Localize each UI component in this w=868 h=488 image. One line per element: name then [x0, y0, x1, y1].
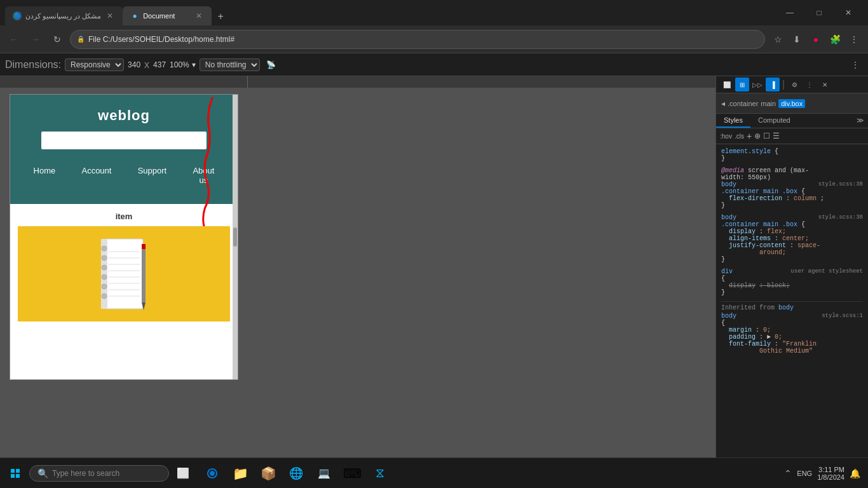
minimize-button[interactable]: — — [775, 0, 804, 25]
devtools-panel-tabs: Styles Computed ≫ — [716, 114, 868, 128]
windows-start-button[interactable] — [3, 461, 28, 486]
back-button[interactable]: ← — [5, 30, 23, 48]
devtools-styles-toolbar: :hov .cls + ⊕ ☐ ☰ — [716, 128, 868, 144]
elements-icon[interactable]: ⬜ — [720, 78, 734, 92]
terminal-icon[interactable]: ⌨ — [339, 461, 365, 486]
breadcrumb-arrow[interactable]: ◂ — [721, 99, 725, 108]
notification-icon[interactable]: ⌃ — [784, 468, 792, 478]
settings-icon[interactable]: ⚙ — [787, 78, 801, 92]
svg-point-2 — [102, 246, 107, 251]
css-rule-body: body style.scss:1 { margin : 0; padding … — [721, 313, 863, 355]
cls-button[interactable]: .cls — [735, 133, 744, 140]
close-button[interactable]: ✕ — [834, 0, 863, 25]
separator-1: | — [782, 79, 785, 90]
site-image — [18, 226, 230, 322]
taskbar: 🔍 Type here to search ⬜ 📁 📦 🌐 💻 ⌨ ⧖ ⌃ EN… — [0, 458, 868, 488]
menu-button[interactable]: ⋮ — [845, 30, 863, 48]
nav-account[interactable]: Account — [79, 163, 114, 187]
css-rule-element-style: element.style { } — [721, 148, 863, 162]
device-viewport: weblog Home Account Support Aboutus — [0, 88, 248, 477]
taskbar-search-placeholder: Type here to search — [52, 469, 119, 478]
notebook-svg — [86, 233, 162, 315]
css-selector: element.style — [721, 148, 771, 155]
window-controls: — □ ✕ — [775, 0, 863, 25]
chrome-icon[interactable]: 🌐 — [283, 461, 309, 486]
more-icon[interactable]: ⋮ — [803, 78, 817, 92]
more-tabs[interactable]: ≫ — [853, 114, 868, 128]
nav-actions: ☆ ⬇ ● 🧩 ⋮ — [769, 30, 863, 48]
css-code-panel: element.style { } @media screen and (max… — [716, 144, 868, 488]
throttling-select[interactable]: No throttling — [200, 58, 260, 71]
taskbar-search[interactable]: 🔍 Type here to search — [29, 465, 169, 482]
svg-point-5 — [102, 274, 107, 280]
devtools-right-actions: ⋮ — [848, 57, 863, 72]
svg-rect-0 — [105, 239, 143, 309]
svg-point-3 — [102, 255, 107, 261]
close-devtools[interactable]: ✕ — [818, 78, 832, 92]
svg-point-7 — [102, 294, 107, 299]
navigation-bar: ← → ↻ 🔒 File C:/Users/SOHEIL/Desktop/hom… — [0, 25, 868, 53]
forward-button[interactable]: → — [27, 30, 44, 48]
site-search-input[interactable] — [41, 132, 207, 149]
toggle-button[interactable]: ☰ — [773, 132, 780, 140]
extra-app-icon[interactable]: ⧖ — [367, 461, 393, 486]
dimensions-label: Dimensions: — [5, 59, 61, 71]
nav-about[interactable]: Aboutus — [190, 163, 217, 187]
maximize-button[interactable]: □ — [804, 0, 834, 25]
favorites-button[interactable]: ☆ — [769, 30, 787, 48]
styles-tab[interactable]: Styles — [716, 114, 750, 128]
clock: 3:11 PM 1/8/2024 — [817, 466, 844, 481]
windows-logo — [11, 469, 20, 478]
computed-tab[interactable]: Computed — [750, 114, 798, 128]
width-value: 340 — [128, 60, 140, 69]
dimension-x: x — [144, 59, 149, 71]
breadcrumb-main[interactable]: main — [761, 100, 776, 107]
more-tools-icon[interactable]: ▷▷ — [750, 78, 764, 92]
zoom-value: 100% ▾ — [170, 60, 196, 69]
task-view-button[interactable]: ⬜ — [170, 461, 196, 486]
store-icon[interactable]: 📦 — [255, 461, 281, 486]
address-bar[interactable]: 🔒 File C:/Users/SOHEIL/Desktop/home.html… — [70, 30, 765, 49]
file-explorer-icon[interactable]: 📁 — [227, 461, 253, 486]
tab-1-close[interactable]: ✕ — [105, 11, 115, 21]
edge-icon[interactable] — [200, 461, 225, 486]
dimensions-select[interactable]: Responsive — [65, 58, 124, 71]
site-body: item — [10, 204, 238, 329]
devtools-toolbar: Dimensions: Responsive 340 x 437 100% ▾ … — [0, 53, 868, 76]
tab-1-title: مشکل در ریسپانسیو کردن — [25, 12, 101, 20]
profile-button[interactable]: ● — [807, 30, 825, 48]
responsive-icon[interactable]: ⊞ — [735, 78, 749, 92]
devtools-icons-row: ⬜ ⊞ ▷▷ ▐ | ⚙ ⋮ ✕ — [716, 76, 868, 93]
add-style-button[interactable]: + — [747, 131, 752, 141]
svg-rect-16 — [142, 245, 146, 302]
download-button[interactable]: ⬇ — [788, 30, 806, 48]
nav-home[interactable]: Home — [31, 163, 58, 187]
extensions-button[interactable]: 🧩 — [826, 30, 844, 48]
breadcrumb-divbox[interactable]: div.box — [778, 99, 805, 108]
item-label: item — [18, 212, 230, 221]
copy-button[interactable]: ☐ — [763, 132, 770, 140]
vscode-icon[interactable]: 💻 — [311, 461, 337, 486]
scrollbar[interactable] — [233, 95, 238, 379]
svg-rect-18 — [142, 244, 146, 249]
breadcrumb: .container main div.box — [728, 99, 805, 108]
new-rule-button[interactable]: ⊕ — [754, 132, 761, 140]
nav-support[interactable]: Support — [135, 163, 170, 187]
devtools-more-button[interactable]: ⋮ — [848, 57, 863, 72]
tab-2-close[interactable]: ✕ — [194, 11, 204, 21]
sensor-button[interactable]: 📡 — [264, 57, 279, 72]
tab-2-favicon: ● — [130, 11, 139, 20]
notification-bell[interactable]: 🔔 — [850, 468, 860, 478]
css-rule-div-ua: div user agent stylesheet { display : bl… — [721, 268, 863, 296]
preview-pane: weblog Home Account Support Aboutus — [0, 76, 715, 488]
title-bar: 🔵 مشکل در ریسپانسیو کردن ✕ ● Document ✕ … — [0, 0, 868, 25]
language-indicator: ENG — [797, 470, 812, 477]
hov-button[interactable]: :hov — [720, 133, 732, 140]
new-tab-button[interactable]: + — [212, 8, 229, 25]
dock-icon[interactable]: ▐ — [766, 78, 780, 92]
tab-1[interactable]: 🔵 مشکل در ریسپانسیو کردن ✕ — [5, 6, 123, 25]
breadcrumb-container[interactable]: .container — [728, 100, 758, 107]
tab-2[interactable]: ● Document ✕ — [123, 6, 212, 25]
refresh-button[interactable]: ↻ — [48, 30, 66, 48]
css-rule-media: @media screen and (max- width: 550px) bo… — [721, 167, 863, 209]
